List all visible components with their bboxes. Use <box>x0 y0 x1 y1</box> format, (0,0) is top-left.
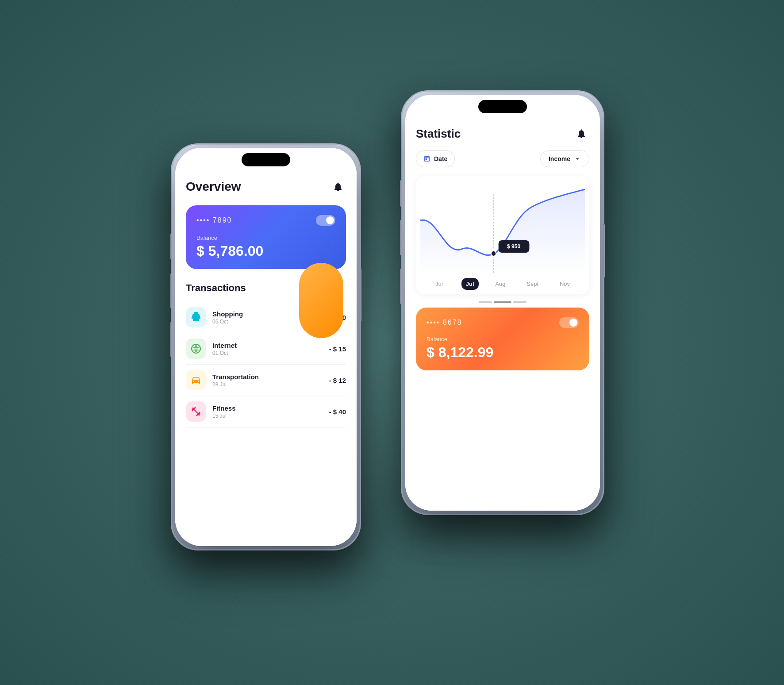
toggle-knob-right <box>569 319 577 327</box>
date-btn-label: Date <box>434 155 447 162</box>
card-number-row-left: •••• 7890 <box>196 215 335 226</box>
income-btn-label: Income <box>549 155 570 162</box>
month-jul[interactable]: Jul <box>461 278 479 290</box>
bell-icon-left[interactable] <box>330 179 346 195</box>
card-number-left: •••• 7890 <box>196 216 232 224</box>
chart-svg-wrapper: $ 950 <box>420 185 585 273</box>
balance-amount-left: $ 5,786.00 <box>196 243 335 259</box>
internet-info: Internet 01 Oct <box>212 342 329 356</box>
fitness-date: 15 Jul <box>212 413 329 419</box>
balance-label-left: Balance <box>196 235 335 241</box>
month-nov: Nov <box>555 278 574 290</box>
svg-point-3 <box>491 251 496 256</box>
transaction-fitness[interactable]: Fitness 15 Jul - $ 40 <box>186 396 346 427</box>
statistic-content: Statistic Date <box>405 95 600 381</box>
overview-content: Overview •••• 7890 Balan <box>175 148 357 438</box>
fitness-amount: - $ 40 <box>329 408 346 416</box>
month-labels: Jun Jul Aug Sept Nov <box>420 273 585 290</box>
month-aug: Aug <box>491 278 510 290</box>
internet-amount: - $ 15 <box>329 345 346 353</box>
date-button[interactable]: Date <box>416 150 455 167</box>
phones-container: Overview •••• 7890 Balan <box>149 55 635 630</box>
chevron-down-icon <box>574 155 581 162</box>
internet-name: Internet <box>212 342 329 349</box>
left-phone: Overview •••• 7890 Balan <box>175 148 357 546</box>
transport-icon <box>186 370 206 390</box>
right-notch <box>478 100 527 113</box>
overview-header: Overview <box>186 174 346 195</box>
chart-container: $ 950 Jun Jul Aug Sept Nov <box>416 176 589 294</box>
balance-card-left: •••• 7890 Balance $ 5,786.00 <box>186 205 346 269</box>
toggle-knob-left <box>326 216 334 224</box>
calendar-icon <box>423 155 430 162</box>
transport-amount: - $ 12 <box>329 377 346 384</box>
statistic-title: Statistic <box>416 127 461 141</box>
transaction-transport[interactable]: Transportation 28 Jul - $ 12 <box>186 365 346 396</box>
internet-date: 01 Oct <box>212 350 329 356</box>
scroll-indicator <box>416 301 589 303</box>
left-notch <box>242 153 290 166</box>
svg-rect-0 <box>195 317 197 318</box>
statistic-header: Statistic <box>416 121 589 142</box>
scroll-dot-2 <box>494 301 511 303</box>
shopping-icon <box>186 307 206 327</box>
svg-text:$ 950: $ 950 <box>507 243 520 250</box>
statistic-screen: Statistic Date <box>405 95 600 511</box>
orange-balance-label: Balance <box>427 336 579 342</box>
orange-card: •••• 8678 Balance $ 8,122.99 <box>416 308 589 370</box>
orange-card-number-row: •••• 8678 <box>427 317 579 328</box>
overview-screen: Overview •••• 7890 Balan <box>175 148 357 546</box>
scroll-dot-1 <box>479 301 492 303</box>
fitness-info: Fitness 15 Jul <box>212 404 329 419</box>
fitness-name: Fitness <box>212 404 329 412</box>
chart-svg: $ 950 <box>420 185 585 273</box>
transport-info: Transportation 28 Jul <box>212 373 329 388</box>
bell-icon-right[interactable] <box>573 126 589 142</box>
transport-name: Transportation <box>212 373 329 381</box>
month-jun: Jun <box>431 278 449 290</box>
transport-date: 28 Jul <box>212 381 329 388</box>
fitness-icon <box>186 401 206 422</box>
bell-svg-left <box>333 181 343 192</box>
bell-svg-right <box>576 128 587 139</box>
orange-balance-amount: $ 8,122.99 <box>427 344 579 361</box>
orange-card-number: •••• 8678 <box>427 319 462 327</box>
income-button[interactable]: Income <box>540 150 589 167</box>
toggle-switch-right[interactable] <box>559 317 579 328</box>
overview-title: Overview <box>186 180 241 194</box>
toggle-switch-left[interactable] <box>316 215 335 226</box>
internet-icon <box>186 339 206 359</box>
filter-row: Date Income <box>416 150 589 167</box>
month-sept: Sept <box>522 278 543 290</box>
scroll-dot-3 <box>513 301 527 303</box>
right-phone: Statistic Date <box>405 95 600 511</box>
